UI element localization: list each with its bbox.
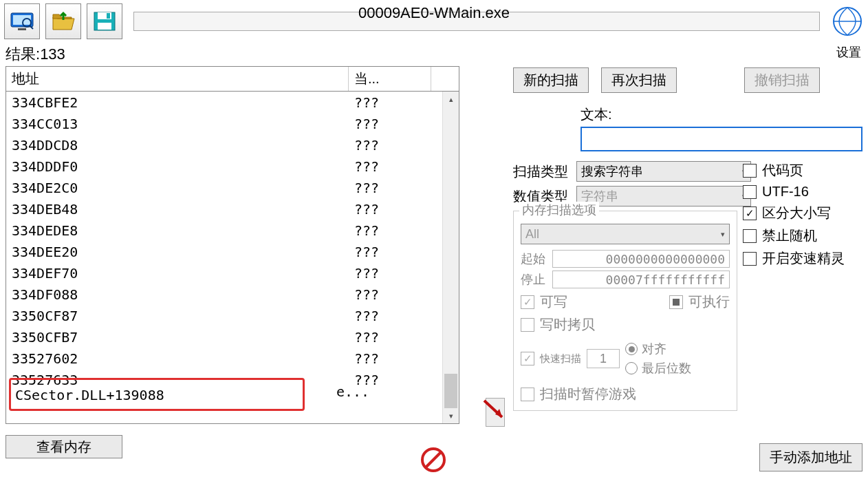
scan-type-combo[interactable]: 搜索字符串▾ (576, 161, 751, 182)
text-label: 文本: (581, 107, 612, 122)
table-row[interactable]: 334DEE20??? (6, 241, 459, 262)
scroll-down-button[interactable]: ▾ (443, 408, 459, 423)
fast-scan-value-input[interactable] (587, 349, 620, 368)
utf16-checkbox[interactable] (743, 185, 757, 199)
table-row[interactable]: 334CBFE2??? (6, 92, 459, 113)
scroll-thumb[interactable] (444, 374, 457, 408)
select-process-button[interactable] (4, 3, 40, 39)
highlighted-row[interactable]: CSector.DLL+139088 (9, 378, 305, 411)
svg-rect-1 (13, 15, 31, 25)
column-address[interactable]: 地址 (6, 67, 349, 91)
view-memory-button[interactable]: 查看内存 (6, 435, 122, 458)
table-row[interactable]: 334DDCD8??? (6, 134, 459, 156)
no-random-checkbox[interactable] (743, 229, 757, 243)
next-scan-button[interactable]: 再次扫描 (601, 67, 677, 93)
svg-rect-8 (98, 23, 111, 30)
memory-region-combo: All▾ (521, 224, 730, 244)
svg-rect-2 (18, 28, 26, 30)
column-value[interactable]: 当... (349, 67, 431, 91)
executable-checkbox[interactable] (669, 295, 683, 309)
table-row[interactable]: 334DEB48??? (6, 198, 459, 220)
cheat-engine-logo-icon[interactable] (831, 5, 864, 38)
stop-address-input[interactable] (552, 271, 730, 288)
open-file-button[interactable] (45, 3, 81, 39)
svg-rect-7 (107, 13, 110, 19)
table-row[interactable]: 334CC013??? (6, 113, 459, 134)
writable-checkbox[interactable]: ✓ (521, 295, 534, 309)
scan-type-label: 扫描类型 (513, 162, 571, 181)
table-row[interactable]: 3350CF87??? (6, 305, 459, 326)
search-value-input[interactable] (581, 127, 862, 151)
fast-scan-checkbox[interactable]: ✓ (521, 352, 534, 365)
new-scan-button[interactable]: 新的扫描 (513, 67, 589, 93)
table-row[interactable]: 334DDDF0??? (6, 156, 459, 177)
clear-icon[interactable] (420, 446, 447, 474)
aligned-radio[interactable] (625, 343, 638, 355)
settings-link[interactable]: 设置 (836, 44, 861, 61)
annotation-arrow-icon (483, 399, 510, 424)
manual-add-address-button[interactable]: 手动添加地址 (759, 443, 862, 471)
results-count-label: 结果:133 (0, 43, 868, 66)
copy-on-write-checkbox[interactable] (521, 318, 534, 332)
memory-scan-options: 内存扫描选项 All▾ 起始 停止 ✓可写 可执行 写时拷贝 ✓ 快速扫描 对齐… (513, 211, 737, 411)
pause-game-checkbox[interactable] (521, 388, 534, 401)
last-digits-radio[interactable] (625, 362, 638, 374)
table-row[interactable]: 334DEDE8??? (6, 220, 459, 241)
table-row[interactable]: 334DE2C0??? (6, 177, 459, 198)
codepage-checkbox[interactable] (743, 164, 757, 178)
table-row[interactable]: 3350CFB7??? (6, 326, 459, 348)
results-scrollbar[interactable]: ▴ ▾ (442, 92, 459, 423)
table-row[interactable]: 334DF088??? (6, 284, 459, 305)
progress-bar (133, 12, 820, 31)
table-row[interactable]: 33527602??? (6, 348, 459, 369)
start-address-input[interactable] (552, 250, 730, 268)
table-row[interactable]: 334DEF70??? (6, 262, 459, 284)
svg-line-12 (426, 452, 441, 467)
speedhack-checkbox[interactable] (743, 252, 757, 266)
case-sensitive-checkbox[interactable]: ✓ (743, 206, 757, 220)
scroll-up-button[interactable]: ▴ (443, 92, 459, 107)
save-button[interactable] (87, 3, 122, 39)
undo-scan-button: 撤销扫描 (744, 67, 820, 93)
results-table[interactable]: 地址 当... 334CBFE2???334CC013???334DDCD8??… (6, 66, 459, 424)
value-type-combo: 字符串▾ (576, 186, 751, 206)
